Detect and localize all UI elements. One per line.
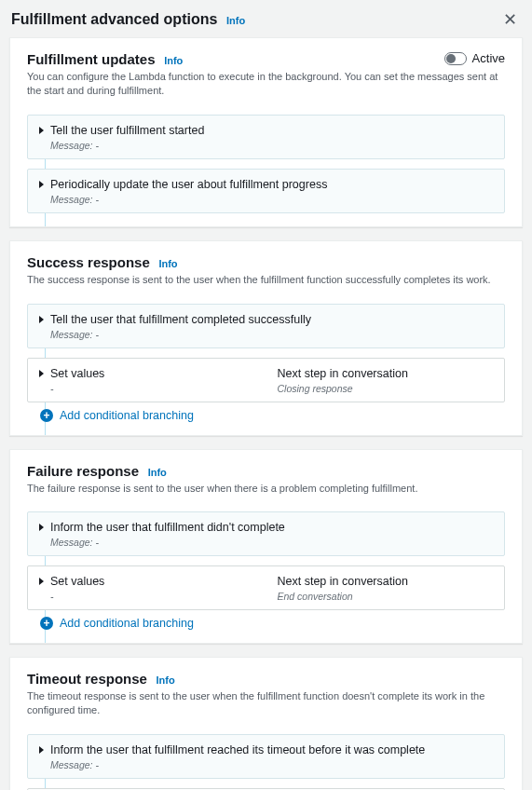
plus-icon: + bbox=[40, 617, 53, 630]
chevron-right-icon bbox=[39, 578, 44, 585]
plus-icon: + bbox=[40, 409, 53, 422]
success-message-card[interactable]: Tell the user that fulfillment completed… bbox=[27, 304, 505, 348]
timeout-message-card[interactable]: Inform the user that fulfillment reached… bbox=[27, 734, 505, 779]
failure-message-card[interactable]: Inform the user that fulfillment didn't … bbox=[27, 511, 505, 556]
toggle-label: Active bbox=[472, 51, 505, 65]
add-branch-label: Add conditional branching bbox=[60, 409, 194, 422]
next-step-sub: End conversation bbox=[278, 591, 494, 602]
info-link[interactable]: Info bbox=[226, 15, 245, 26]
panel-title: Timeout response bbox=[27, 671, 147, 687]
add-branch-label: Add conditional branching bbox=[60, 617, 194, 630]
chevron-right-icon bbox=[39, 370, 44, 377]
set-values-label: Set values bbox=[50, 575, 104, 588]
chevron-right-icon bbox=[39, 127, 44, 134]
panel-description: The timeout response is sent to the user… bbox=[27, 689, 505, 717]
success-values-card[interactable]: Set values - Next step in conversation C… bbox=[27, 358, 505, 402]
chevron-right-icon bbox=[39, 181, 44, 188]
page-title: Fulfillment advanced options bbox=[11, 11, 217, 27]
card-subtitle: Message: - bbox=[50, 329, 493, 340]
panel-description: You can configure the Lambda function to… bbox=[27, 70, 505, 98]
card-subtitle: Message: - bbox=[50, 194, 493, 205]
next-step-label: Next step in conversation bbox=[278, 367, 408, 380]
add-conditional-branching-button[interactable]: + Add conditional branching bbox=[40, 617, 505, 630]
set-values-sub: - bbox=[50, 591, 255, 602]
add-conditional-branching-button[interactable]: + Add conditional branching bbox=[40, 409, 505, 422]
next-step-sub: Closing response bbox=[278, 383, 494, 394]
card-title: Tell the user fulfillment started bbox=[50, 124, 204, 137]
panel-fulfillment-updates: Fulfillment updates Info Active You can … bbox=[9, 37, 523, 227]
panel-failure-response: Failure response Info The failure respon… bbox=[9, 449, 523, 645]
page-header: Fulfillment advanced options Info ✕ bbox=[9, 9, 523, 37]
chevron-right-icon bbox=[39, 524, 44, 531]
panel-title: Success response bbox=[27, 254, 150, 270]
card-subtitle: Message: - bbox=[50, 759, 493, 770]
panel-description: The success response is sent to the user… bbox=[27, 273, 505, 287]
info-link[interactable]: Info bbox=[157, 674, 175, 686]
panel-title: Fulfillment updates bbox=[27, 51, 156, 67]
card-subtitle: Message: - bbox=[50, 537, 493, 548]
fulfillment-progress-card[interactable]: Periodically update the user about fulfi… bbox=[27, 169, 505, 213]
next-step-label: Next step in conversation bbox=[278, 575, 408, 588]
panel-description: The failure response is sent to the user… bbox=[27, 482, 505, 496]
set-values-label: Set values bbox=[50, 367, 104, 380]
fulfillment-start-card[interactable]: Tell the user fulfillment started Messag… bbox=[27, 115, 505, 159]
active-toggle[interactable] bbox=[444, 52, 467, 65]
card-title: Inform the user that fulfillment reached… bbox=[50, 743, 425, 756]
failure-values-card[interactable]: Set values - Next step in conversation E… bbox=[27, 565, 505, 610]
info-link[interactable]: Info bbox=[164, 55, 183, 66]
close-icon[interactable]: ✕ bbox=[499, 9, 521, 30]
info-link[interactable]: Info bbox=[158, 258, 177, 269]
card-subtitle: Message: - bbox=[50, 140, 493, 151]
info-link[interactable]: Info bbox=[148, 467, 167, 478]
chevron-right-icon bbox=[39, 746, 44, 754]
chevron-right-icon bbox=[39, 316, 44, 323]
card-title: Tell the user that fulfillment completed… bbox=[50, 313, 311, 326]
panel-timeout-response: Timeout response Info The timeout respon… bbox=[9, 657, 523, 790]
panel-title: Failure response bbox=[27, 463, 139, 479]
card-title: Periodically update the user about fulfi… bbox=[50, 178, 327, 191]
panel-success-response: Success response Info The success respon… bbox=[9, 240, 523, 436]
set-values-sub: - bbox=[50, 383, 255, 394]
card-title: Inform the user that fulfillment didn't … bbox=[50, 521, 285, 534]
